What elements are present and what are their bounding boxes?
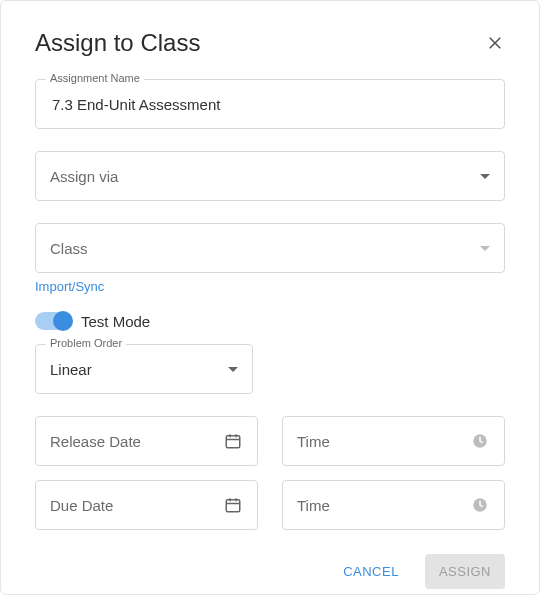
dialog-actions: CANCEL ASSIGN	[35, 544, 505, 589]
release-time-label: Time	[297, 433, 470, 450]
close-button[interactable]	[485, 33, 505, 53]
calendar-icon	[223, 495, 243, 515]
svg-rect-7	[226, 500, 240, 512]
clock-icon	[470, 495, 490, 515]
toggle-knob	[53, 311, 73, 331]
assign-via-select[interactable]: Assign via	[35, 151, 505, 201]
assign-via-placeholder: Assign via	[50, 168, 472, 185]
assign-via-field: Assign via	[35, 151, 505, 201]
assignment-name-field: Assignment Name	[35, 79, 505, 129]
assign-to-class-dialog: Assign to Class Assignment Name Assign v…	[0, 0, 540, 595]
test-mode-toggle[interactable]	[35, 312, 71, 330]
assign-button[interactable]: ASSIGN	[425, 554, 505, 589]
class-placeholder: Class	[50, 240, 472, 257]
release-date-label: Release Date	[50, 433, 223, 450]
class-select[interactable]: Class	[35, 223, 505, 273]
class-field: Class	[35, 223, 505, 273]
test-mode-row: Test Mode	[35, 312, 505, 330]
problem-order-select[interactable]: Problem Order Linear	[35, 344, 253, 394]
import-sync-link[interactable]: Import/Sync	[35, 279, 505, 294]
release-time-input[interactable]: Time	[282, 416, 505, 466]
close-icon	[486, 34, 504, 52]
due-time-label: Time	[297, 497, 470, 514]
dialog-header: Assign to Class	[35, 29, 505, 57]
release-date-input[interactable]: Release Date	[35, 416, 258, 466]
release-row: Release Date Time	[35, 416, 505, 466]
chevron-down-icon	[228, 367, 238, 372]
chevron-down-icon	[480, 174, 490, 179]
problem-order-field: Problem Order Linear	[35, 344, 505, 394]
problem-order-value: Linear	[50, 361, 220, 378]
problem-order-label: Problem Order	[46, 337, 126, 349]
due-row: Due Date Time	[35, 480, 505, 530]
due-time-input[interactable]: Time	[282, 480, 505, 530]
dialog-title: Assign to Class	[35, 29, 200, 57]
calendar-icon	[223, 431, 243, 451]
test-mode-label: Test Mode	[81, 313, 150, 330]
assignment-name-input-wrap[interactable]: Assignment Name	[35, 79, 505, 129]
chevron-down-icon	[480, 246, 490, 251]
cancel-button[interactable]: CANCEL	[329, 554, 413, 589]
due-date-label: Due Date	[50, 497, 223, 514]
due-date-input[interactable]: Due Date	[35, 480, 258, 530]
clock-icon	[470, 431, 490, 451]
assignment-name-input[interactable]	[50, 95, 490, 114]
assignment-name-label: Assignment Name	[46, 72, 144, 84]
svg-rect-2	[226, 436, 240, 448]
